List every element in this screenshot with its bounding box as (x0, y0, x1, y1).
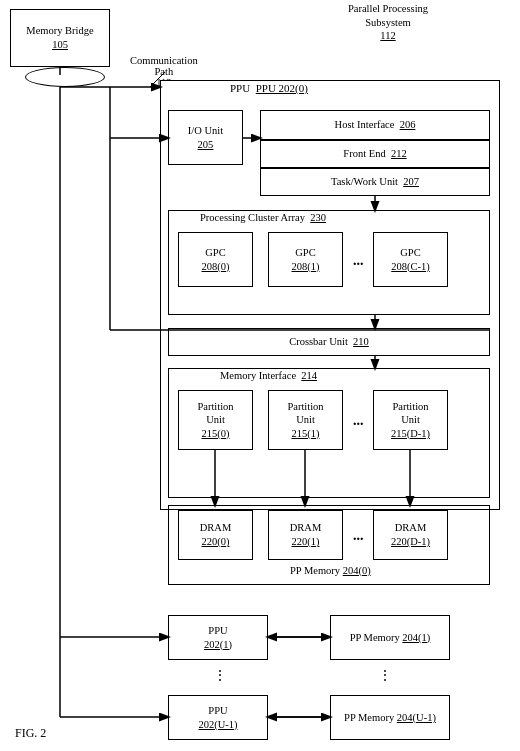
pu-1-box: PartitionUnit215(1) (268, 390, 343, 450)
dram-d1-label: DRAM220(D-1) (391, 521, 430, 548)
gpc-1-box: GPC208(1) (268, 232, 343, 287)
ppu-202-1-box: PPU202(1) (168, 615, 268, 660)
crossbar-box: Crossbar Unit 210 (168, 328, 490, 356)
task-work-box: Task/Work Unit 207 (260, 168, 490, 196)
task-work-label: Task/Work Unit 207 (331, 175, 419, 189)
io-unit-label: I/O Unit205 (188, 124, 223, 151)
ppu-202-u1-label: PPU202(U-1) (198, 704, 237, 731)
front-end-label: Front End 212 (343, 147, 406, 161)
front-end-box: Front End 212 (260, 140, 490, 168)
pu-1-label: PartitionUnit215(1) (287, 400, 323, 441)
ppu-202-1-label: PPU202(1) (204, 624, 232, 651)
mi-label: Memory Interface 214 (220, 370, 317, 381)
host-interface-box: Host Interface 206 (260, 110, 490, 140)
gpc-dots: ··· (353, 257, 364, 273)
dram-d1-box: DRAM220(D-1) (373, 510, 448, 560)
pca-label: Processing Cluster Array 230 (200, 212, 326, 223)
pp-mem-204-u1-label: PP Memory 204(U-1) (344, 711, 436, 725)
pp-mem-204-1-box: PP Memory 204(1) (330, 615, 450, 660)
vert-dots-row1-left: ⋮ (213, 667, 227, 684)
dram-0-label: DRAM220(0) (200, 521, 232, 548)
pp-mem-204-0-label: PP Memory 204(0) (290, 565, 371, 576)
pu-d1-label: PartitionUnit215(D-1) (391, 400, 430, 441)
io-unit-box: I/O Unit205 (168, 110, 243, 165)
vert-dots-row1-right: ⋮ (378, 667, 392, 684)
ellipse-connector (25, 67, 105, 87)
pp-mem-204-u1-box: PP Memory 204(U-1) (330, 695, 450, 740)
pu-0-label: PartitionUnit215(0) (197, 400, 233, 441)
gpc-c1-box: GPC208(C-1) (373, 232, 448, 287)
fig-label: FIG. 2 (15, 726, 46, 741)
gpc-0-label: GPC208(0) (202, 246, 230, 273)
pu-d1-box: PartitionUnit215(D-1) (373, 390, 448, 450)
pu-dots: ··· (353, 417, 364, 433)
crossbar-label: Crossbar Unit 210 (289, 335, 369, 349)
ppu-202-u1-box: PPU202(U-1) (168, 695, 268, 740)
memory-bridge-box: Memory Bridge105 (10, 9, 110, 67)
pu-0-box: PartitionUnit215(0) (178, 390, 253, 450)
memory-bridge-label: Memory Bridge105 (26, 24, 93, 51)
gpc-0-box: GPC208(0) (178, 232, 253, 287)
dram-1-label: DRAM220(1) (290, 521, 322, 548)
dram-1-box: DRAM220(1) (268, 510, 343, 560)
gpc-c1-label: GPC208(C-1) (391, 246, 430, 273)
host-interface-label: Host Interface 206 (335, 118, 416, 132)
pp-mem-204-1-label: PP Memory 204(1) (350, 631, 431, 645)
gpc-1-label: GPC208(1) (292, 246, 320, 273)
ppu-outer-label: PPU PPU 202(0) (230, 82, 308, 94)
dram-dots: ··· (353, 532, 364, 548)
dram-0-box: DRAM220(0) (178, 510, 253, 560)
pps-label: Parallel ProcessingSubsystem112 (318, 2, 458, 43)
